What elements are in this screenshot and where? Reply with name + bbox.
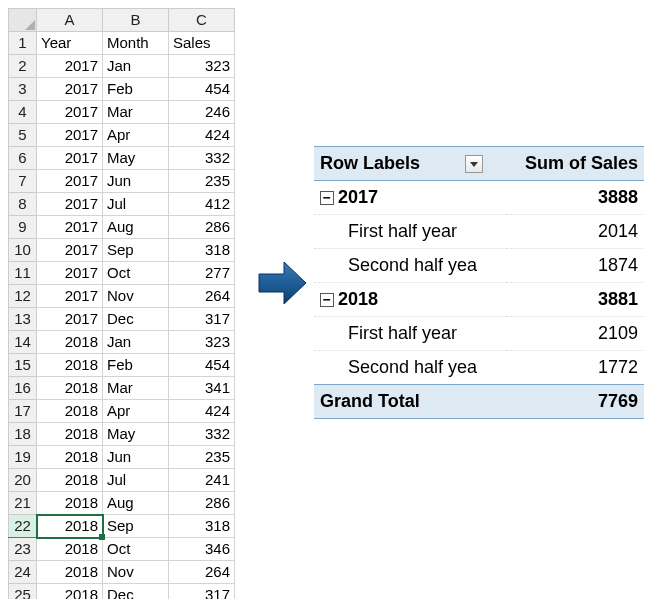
cell[interactable]: Dec — [103, 584, 169, 600]
filter-dropdown-button[interactable] — [465, 155, 483, 173]
cell[interactable]: 2017 — [37, 147, 103, 170]
cell[interactable]: 264 — [169, 285, 235, 308]
cell[interactable]: Jan — [103, 55, 169, 78]
row-header[interactable]: 20 — [9, 469, 37, 492]
row-header[interactable]: 13 — [9, 308, 37, 331]
row-header[interactable]: 15 — [9, 354, 37, 377]
pivot-sub-label[interactable]: First half year — [314, 215, 506, 249]
cell[interactable]: 2018 — [37, 492, 103, 515]
cell[interactable]: 286 — [169, 492, 235, 515]
column-header-a[interactable]: A — [37, 9, 103, 32]
row-header[interactable]: 17 — [9, 400, 37, 423]
row-header[interactable]: 25 — [9, 584, 37, 600]
cell[interactable]: Feb — [103, 78, 169, 101]
row-header[interactable]: 10 — [9, 239, 37, 262]
cell[interactable]: Aug — [103, 492, 169, 515]
cell[interactable]: 317 — [169, 308, 235, 331]
cell[interactable]: 2018 — [37, 561, 103, 584]
row-header[interactable]: 7 — [9, 170, 37, 193]
cell[interactable]: 2018 — [37, 469, 103, 492]
row-header[interactable]: 1 — [9, 32, 37, 55]
cell[interactable]: 2018 — [37, 584, 103, 600]
cell[interactable]: 2018 — [37, 377, 103, 400]
cell[interactable]: Mar — [103, 377, 169, 400]
cell[interactable]: 2017 — [37, 262, 103, 285]
row-header[interactable]: 18 — [9, 423, 37, 446]
cell[interactable]: 2017 — [37, 124, 103, 147]
cell[interactable]: 318 — [169, 239, 235, 262]
row-header[interactable]: 8 — [9, 193, 37, 216]
cell[interactable]: 264 — [169, 561, 235, 584]
cell[interactable]: 2017 — [37, 308, 103, 331]
cell[interactable]: 341 — [169, 377, 235, 400]
cell[interactable]: Sales — [169, 32, 235, 55]
row-header[interactable]: 3 — [9, 78, 37, 101]
cell[interactable]: 2017 — [37, 55, 103, 78]
cell[interactable]: May — [103, 423, 169, 446]
cell[interactable]: Apr — [103, 124, 169, 147]
row-header[interactable]: 14 — [9, 331, 37, 354]
collapse-icon[interactable]: − — [320, 191, 334, 205]
cell[interactable]: 277 — [169, 262, 235, 285]
cell[interactable]: Oct — [103, 262, 169, 285]
row-header[interactable]: 22 — [9, 515, 37, 538]
pivot-table[interactable]: Row Labels Sum of Sales −20173888First h… — [314, 146, 644, 419]
cell[interactable]: 332 — [169, 147, 235, 170]
cell[interactable]: Apr — [103, 400, 169, 423]
row-header[interactable]: 6 — [9, 147, 37, 170]
cell[interactable]: Oct — [103, 538, 169, 561]
cell[interactable]: Feb — [103, 354, 169, 377]
cell[interactable]: 2018 — [37, 331, 103, 354]
row-header[interactable]: 16 — [9, 377, 37, 400]
cell[interactable]: Nov — [103, 285, 169, 308]
cell[interactable]: 346 — [169, 538, 235, 561]
cell[interactable]: 286 — [169, 216, 235, 239]
spreadsheet-grid[interactable]: A B C 1YearMonthSales22017Jan32332017Feb… — [8, 8, 235, 599]
cell[interactable]: Jun — [103, 170, 169, 193]
cell[interactable]: Aug — [103, 216, 169, 239]
cell[interactable]: 2018 — [37, 400, 103, 423]
pivot-row-labels-header[interactable]: Row Labels — [314, 147, 506, 181]
cell[interactable]: Dec — [103, 308, 169, 331]
cell[interactable]: 2017 — [37, 239, 103, 262]
cell[interactable]: 454 — [169, 354, 235, 377]
cell[interactable]: 412 — [169, 193, 235, 216]
row-header[interactable]: 21 — [9, 492, 37, 515]
pivot-year-row[interactable]: −2018 — [314, 283, 506, 317]
cell[interactable]: Mar — [103, 101, 169, 124]
cell[interactable]: 2018 — [37, 446, 103, 469]
cell[interactable]: Jul — [103, 193, 169, 216]
row-header[interactable]: 23 — [9, 538, 37, 561]
row-header[interactable]: 9 — [9, 216, 37, 239]
cell[interactable]: 235 — [169, 446, 235, 469]
cell[interactable]: 317 — [169, 584, 235, 600]
row-header[interactable]: 12 — [9, 285, 37, 308]
cell[interactable]: May — [103, 147, 169, 170]
cell[interactable]: 2018 — [37, 538, 103, 561]
row-header[interactable]: 5 — [9, 124, 37, 147]
cell[interactable]: 2017 — [37, 78, 103, 101]
row-header[interactable]: 11 — [9, 262, 37, 285]
pivot-sub-label[interactable]: Second half yea — [314, 351, 506, 385]
cell[interactable]: 454 — [169, 78, 235, 101]
cell[interactable]: 2017 — [37, 101, 103, 124]
cell[interactable]: 424 — [169, 400, 235, 423]
pivot-year-row[interactable]: −2017 — [314, 181, 506, 215]
cell[interactable]: Year — [37, 32, 103, 55]
row-header[interactable]: 24 — [9, 561, 37, 584]
select-all-corner[interactable] — [9, 9, 37, 32]
cell[interactable]: 2017 — [37, 170, 103, 193]
cell[interactable]: 2018 — [37, 354, 103, 377]
cell[interactable]: 424 — [169, 124, 235, 147]
cell[interactable]: Jun — [103, 446, 169, 469]
column-header-b[interactable]: B — [103, 9, 169, 32]
collapse-icon[interactable]: − — [320, 293, 334, 307]
cell[interactable]: Sep — [103, 515, 169, 538]
cell[interactable]: 2017 — [37, 193, 103, 216]
row-header[interactable]: 4 — [9, 101, 37, 124]
cell[interactable]: Jul — [103, 469, 169, 492]
cell[interactable]: 332 — [169, 423, 235, 446]
cell[interactable]: 235 — [169, 170, 235, 193]
cell[interactable]: Nov — [103, 561, 169, 584]
cell[interactable]: Sep — [103, 239, 169, 262]
